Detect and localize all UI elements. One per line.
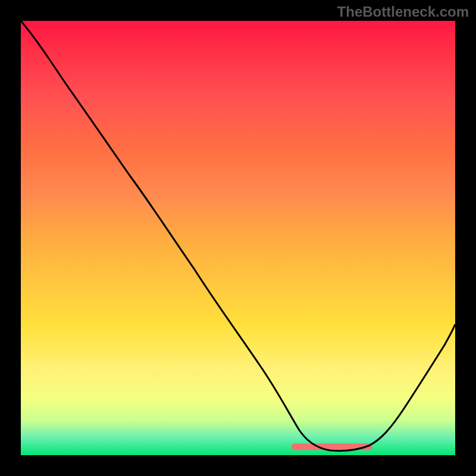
chart-plot-area: [21, 21, 455, 455]
bottleneck-curve-line: [21, 21, 455, 451]
chart-svg: [21, 21, 455, 455]
watermark-text: TheBottleneck.com: [337, 4, 469, 20]
